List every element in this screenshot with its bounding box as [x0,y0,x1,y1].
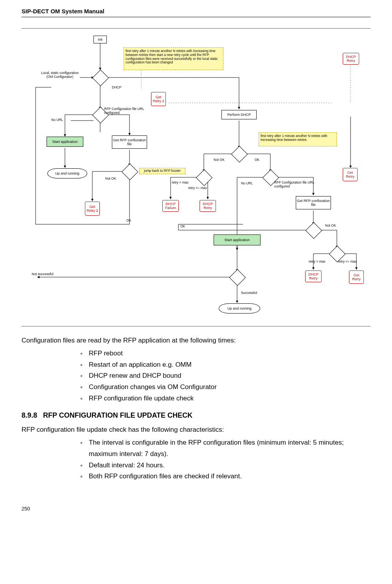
node-get-retry2-top: Get Retry 2 [151,92,166,106]
page-number: 250 [22,506,370,512]
note-jump-back: jump back to RFP booter [139,168,185,174]
list-item: Configuration changes via OM Configurato… [80,382,370,393]
label-retry-gt-1: retry > max [172,180,189,184]
list-item: The interval is configurable in the RFP … [80,437,370,460]
list-item: RFP configuration file update check [80,393,370,404]
node-up-running-1: Up and running [47,168,87,178]
label-not-ok-2: Not OK [214,158,225,162]
label-ok-2: OK [255,158,259,162]
node-get-retry2-mid: Get Retry 2 [85,202,100,216]
label-rfp-url-2: RFP Configuration file URL configured [274,180,317,188]
label-successful: Successful [241,291,257,295]
node-get-retry-br: Get Retry [349,270,364,284]
label-no-url: No URL [51,118,63,122]
label-ok-1: OK [126,218,131,222]
bullet-list-2: The interval is configurable in the RFP … [22,437,370,483]
label-retry-gt-2: retry > max [309,260,325,263]
label-retry-le-1: retry <= max [188,186,207,190]
bullet-list-1: RFP reboot Restart of an application e.g… [22,348,370,404]
node-dhcp-retry-mid: DHCP Retry [200,200,216,212]
node-up-running-2: Up and running [219,303,260,314]
note-2: first retry after 1 minute another N ret… [259,132,337,146]
node-get-retry-right: Get Retry [343,168,358,181]
node-perform-dhcp: Perform DHCP [221,110,257,119]
node-init: init [94,36,107,43]
list-item: RFP reboot [80,348,370,359]
list-item: Default interval: 24 hours. [80,460,370,471]
node-get-rfp-1: Get RFP confiuration file [112,135,147,149]
node-dhcp-retry-top: DHCP Retry [343,53,359,65]
label-ok-3: OK [180,224,185,228]
section-number: 8.9.8 [22,411,37,419]
node-get-rfp-2: Get RFP confiuration file [296,196,331,209]
section-heading: 8.9.8 RFP CONFIGURATION FILE UPDATE CHEC… [22,411,370,420]
node-dhcp-failure: DHCP Failure [162,200,179,212]
list-item: Both RFP configuration files are checked… [80,471,370,482]
list-item: Restart of an application e.g. OMM [80,359,370,371]
paragraph-1: Configuration files are read by the RFP … [22,336,370,346]
node-start-app-1: Start application [47,137,83,147]
label-not-successful: Not successful [32,272,53,276]
paragraph-2: RFP configuration file update check has … [22,425,370,435]
label-not-ok-1: Not OK [105,177,116,180]
label-retry-le-2: retry <= max [338,260,357,263]
flowchart: init Local, static configuration (OM Con… [24,32,368,322]
label-dhcp: DHCP [112,85,121,89]
note-1: first retry after 1 minute another N ret… [124,47,223,70]
page-header-title: SIP-DECT OM System Manual [22,8,370,14]
label-local-static: Local, static configuration (OM Configur… [40,71,79,79]
header-rule [22,17,370,17]
flowchart-container: init Local, static configuration (OM Con… [22,28,370,326]
label-rfp-url: RFP Configuration file URL configured [104,107,147,115]
list-item: DHCP renew and DHCP bound [80,370,370,382]
section-title: RFP CONFIGURATION FILE UPDATE CHECK [43,411,192,419]
node-dhcp-retry-br: DHCP Retry [305,270,322,282]
node-start-app-2: Start application [214,234,261,245]
label-not-ok-3: Not OK [325,224,336,227]
label-no-url-2: No URL [241,181,253,185]
